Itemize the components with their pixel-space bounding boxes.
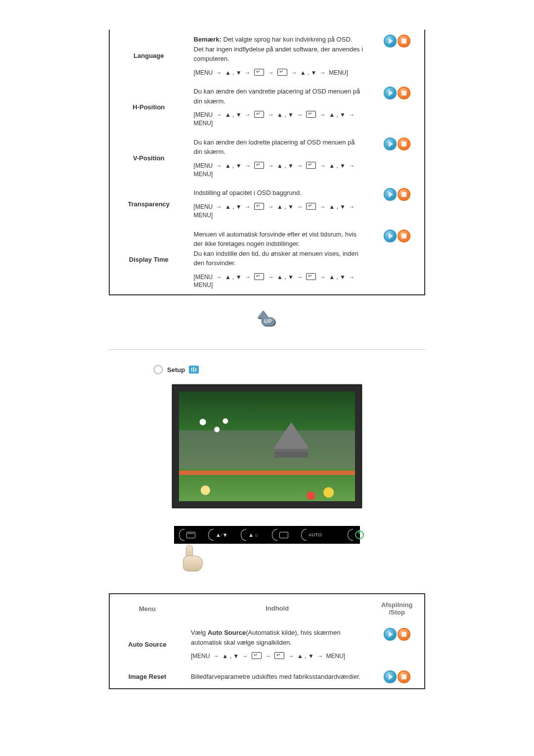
row-menu-label: Language — [109, 30, 188, 82]
auto-label: AUTO — [309, 532, 322, 537]
enter-rect-icon — [279, 532, 288, 538]
stop-button[interactable] — [398, 87, 410, 99]
row-play-controls — [370, 133, 425, 184]
table-row: V-PositionDu kan ændre den lodrette plac… — [109, 133, 425, 184]
menu-icon — [186, 532, 195, 538]
adjust-updown-icon: ▲⁄▼ — [216, 532, 228, 538]
monitor-power-button[interactable] — [348, 529, 364, 541]
row-menu-label: Auto Source — [109, 623, 185, 665]
setup-preview-frame — [172, 384, 362, 508]
monitor-button-bar: ▲⁄▼ ▲☼ AUTO — [174, 526, 360, 544]
enter-icon — [274, 652, 284, 659]
play-button[interactable] — [384, 35, 397, 47]
monitor-enter-button[interactable] — [272, 529, 288, 541]
osd-options-table: LanguageBemærk: Det valgte sprog har kun… — [109, 30, 425, 295]
row-play-controls — [370, 183, 425, 224]
stop-button[interactable] — [398, 188, 410, 201]
enter-icon — [254, 203, 264, 210]
nav-sequence: [MENU → ▲ , ▼ → → → ▲ , ▼ → MENU] — [194, 69, 364, 77]
monitor-brightness-button[interactable]: ▲☼ — [241, 529, 259, 541]
row-description: Du kan ændre den lodrette placering af O… — [188, 133, 370, 184]
table-row: LanguageBemærk: Det valgte sprog har kun… — [109, 30, 425, 82]
row-play-controls — [370, 225, 425, 295]
row-description: Indstilling af opacitet i OSD baggrund.[… — [188, 183, 370, 224]
stop-button[interactable] — [398, 35, 410, 47]
hand-pointer-icon — [183, 549, 204, 573]
table-row: Image ResetBilledfarveparametre udskifte… — [109, 665, 425, 689]
header-play: Afspilning/Stop — [369, 594, 425, 623]
enter-icon — [306, 111, 316, 118]
setup-sliders-icon — [189, 366, 199, 374]
enter-icon — [254, 111, 264, 118]
stop-button[interactable] — [398, 230, 410, 242]
enter-icon — [277, 69, 287, 76]
monitor-menu-button[interactable] — [179, 529, 195, 541]
table-row: TransparencyIndstilling af opacitet i OS… — [109, 183, 425, 224]
play-button[interactable] — [384, 188, 397, 201]
play-button[interactable] — [384, 670, 397, 683]
heading-bullet-icon — [153, 365, 163, 375]
enter-icon — [254, 69, 264, 76]
nav-sequence: [MENU → ▲ , ▼ → → ▲ , ▼ → → ▲ , ▼ → MENU… — [194, 111, 364, 128]
play-button[interactable] — [384, 87, 397, 99]
nav-sequence: [MENU → ▲ , ▼ → → ▲ , ▼ → → ▲ , ▼ → MENU… — [194, 203, 364, 220]
scroll-up-button[interactable]: UP — [255, 310, 279, 328]
row-menu-label: H-Position — [109, 82, 188, 133]
monitor-adjust-button[interactable]: ▲⁄▼ — [208, 529, 228, 541]
row-menu-label: V-Position — [109, 133, 188, 184]
row-play-controls — [369, 665, 425, 689]
power-icon — [355, 530, 364, 539]
enter-icon — [254, 273, 264, 280]
play-button[interactable] — [384, 230, 397, 242]
play-button[interactable] — [384, 138, 397, 150]
setup-options-table: Menu Indhold Afspilning/Stop Auto Source… — [109, 593, 425, 689]
table-row: Auto SourceVælg Auto Source(Automatisk k… — [109, 623, 425, 665]
row-play-controls — [369, 623, 425, 665]
nav-sequence: [MENU → ▲ , ▼ → → ▲ , ▼ → → ▲ , ▼ → MENU… — [194, 273, 364, 290]
stop-button[interactable] — [398, 628, 410, 641]
up-label: UP — [261, 317, 275, 326]
stop-button[interactable] — [398, 670, 410, 683]
monitor-auto-button[interactable]: AUTO — [301, 529, 322, 541]
enter-icon — [306, 203, 316, 210]
brightness-icon: ▲☼ — [248, 532, 259, 538]
row-menu-label: Display Time — [109, 225, 188, 295]
enter-icon — [306, 162, 316, 169]
row-menu-label: Image Reset — [109, 665, 185, 689]
enter-icon — [252, 652, 262, 659]
enter-icon — [254, 162, 264, 169]
row-description: Billedfarveparametre udskiftes med fabri… — [185, 665, 369, 689]
table-row: Display TimeMenuen vil automatisk forsvi… — [109, 225, 425, 295]
setup-title: Setup — [167, 366, 185, 374]
header-menu: Menu — [109, 594, 185, 623]
setup-section-heading: Setup — [109, 365, 425, 375]
row-description: Du kan ændre den vandrette placering af … — [188, 82, 370, 133]
play-button[interactable] — [384, 628, 397, 641]
row-play-controls — [370, 82, 425, 133]
enter-icon — [306, 273, 316, 280]
row-menu-label: Transparency — [109, 183, 188, 224]
setup-table-header: Menu Indhold Afspilning/Stop — [109, 594, 425, 623]
row-description: Bemærk: Det valgte sprog har kun indvirk… — [188, 30, 370, 82]
setup-preview-image — [179, 391, 355, 501]
nav-sequence: [MENU → ▲ , ▼ → → → ▲ , ▼ → MENU] — [191, 652, 363, 661]
table-row: H-PositionDu kan ændre den vandrette pla… — [109, 82, 425, 133]
section-divider — [109, 349, 425, 350]
row-description: Vælg Auto Source(Automatisk kilde), hvis… — [185, 623, 369, 665]
row-play-controls — [370, 30, 425, 82]
stop-button[interactable] — [398, 138, 410, 150]
header-content: Indhold — [185, 594, 369, 623]
row-description: Menuen vil automatisk forsvinde efter et… — [188, 225, 370, 295]
nav-sequence: [MENU → ▲ , ▼ → → ▲ , ▼ → → ▲ , ▼ → MENU… — [194, 162, 364, 179]
